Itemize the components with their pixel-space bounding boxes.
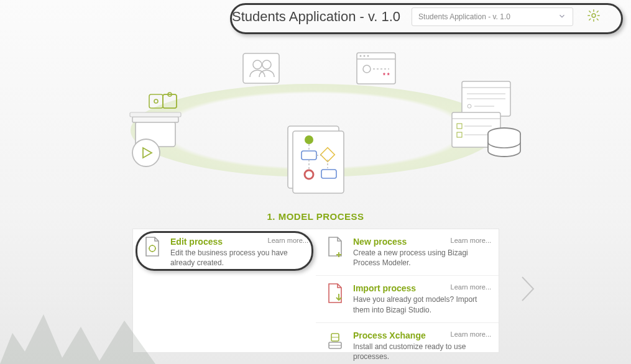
- svg-point-7: [154, 99, 158, 103]
- svg-point-17: [364, 55, 366, 57]
- edit-process-card[interactable]: Edit process Edit the business process y…: [133, 229, 316, 275]
- edit-process-learn-more[interactable]: Learn more...: [268, 237, 308, 244]
- background-decoration: [0, 289, 155, 364]
- new-process-desc: Create a new process using Bizagi Proces…: [353, 248, 490, 268]
- svg-rect-3: [130, 112, 181, 117]
- svg-point-0: [592, 14, 596, 17]
- section-title: 1. MODEL PROCESS: [0, 211, 631, 222]
- svg-rect-4: [149, 94, 163, 108]
- page-title: Students Application - v. 1.0: [232, 9, 400, 25]
- svg-text:* *: * *: [383, 72, 390, 79]
- data-step-icon[interactable]: [454, 80, 522, 160]
- svg-rect-2: [132, 117, 178, 122]
- edit-process-icon: [142, 237, 163, 258]
- next-step-button[interactable]: [516, 273, 541, 304]
- import-process-icon: [325, 283, 346, 304]
- performers-step-icon[interactable]: [239, 50, 283, 87]
- import-process-desc: Have you already got models? Import them…: [353, 294, 490, 314]
- model-process-panel: Edit process Edit the business process y…: [132, 229, 499, 353]
- new-process-learn-more[interactable]: Learn more...: [451, 237, 491, 244]
- svg-rect-11: [243, 53, 279, 83]
- svg-rect-36: [293, 131, 344, 193]
- svg-point-16: [360, 55, 362, 57]
- model-process-step-icon[interactable]: [286, 124, 348, 193]
- application-select-value: Students Application - v. 1.0: [418, 12, 510, 21]
- process-xchange-desc: Install and customize ready to use proce…: [353, 342, 490, 362]
- chevron-right-icon: [516, 296, 541, 306]
- execute-step-icon[interactable]: [124, 93, 187, 168]
- edit-process-desc: Edit the business process you have alrea…: [170, 248, 307, 268]
- svg-point-37: [305, 135, 313, 144]
- chevron-down-icon: [558, 12, 566, 22]
- forms-step-icon[interactable]: * *: [354, 50, 398, 87]
- settings-button[interactable]: [584, 7, 603, 26]
- svg-point-9: [132, 139, 160, 166]
- process-xchange-learn-more[interactable]: Learn more...: [451, 330, 491, 338]
- svg-point-42: [149, 245, 155, 252]
- import-process-learn-more[interactable]: Learn more...: [451, 283, 491, 291]
- process-xchange-card[interactable]: Process Xchange Install and customize re…: [316, 323, 499, 364]
- new-process-icon: [325, 237, 346, 258]
- svg-point-18: [367, 55, 369, 57]
- application-select[interactable]: Students Application - v. 1.0: [412, 7, 573, 26]
- gear-icon: [587, 9, 601, 25]
- process-xchange-icon: [325, 330, 346, 352]
- process-wheel: * *: [99, 50, 535, 205]
- import-process-card[interactable]: Import process Have you already got mode…: [316, 276, 499, 322]
- new-process-card[interactable]: New process Create a new process using B…: [316, 229, 499, 276]
